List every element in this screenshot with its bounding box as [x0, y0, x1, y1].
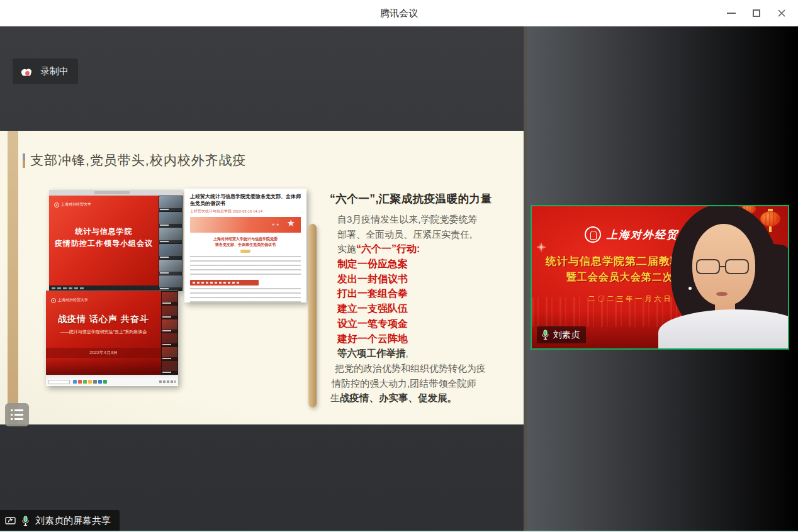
university-name: 上海对外经贸大学: [58, 297, 88, 303]
forum-date-band: 2022年4月3日: [46, 348, 161, 358]
university-logo-small: 上海对外经贸大学: [51, 297, 88, 303]
slide-edge-stripe: [8, 131, 18, 424]
titlebar: 腾讯会议: [0, 0, 798, 26]
slide-text-line: 等六项工作举措,: [330, 346, 514, 361]
slide-text-line: 生战疫情、办实事、促发展。: [330, 391, 514, 406]
taskbar-app-icon: [73, 380, 77, 384]
proposal-paragraph-lines-2: [190, 288, 301, 304]
screen-share-label: 刘素贞的屏幕共享: [35, 515, 111, 527]
forum-screenshot: 上海对外经贸大学 战疫情 话心声 共奋斗 ——统计与信息学院研究生“云上”系列座…: [46, 291, 178, 386]
mouth: [716, 292, 728, 296]
conference-window-titlebar: [49, 190, 183, 196]
taskbar-icons: [73, 380, 107, 384]
conference-thumbs: [159, 196, 183, 291]
slide-title: 支部冲锋,党员带头,校内校外齐战疫: [23, 152, 247, 169]
slide-text-line: 制定一份应急案: [330, 257, 514, 272]
recording-label: 录制中: [40, 65, 69, 77]
university-emblem-icon: [54, 202, 59, 208]
slide-title-text: 支部冲锋,党员带头,校内校外齐战疫: [30, 152, 247, 169]
forum-subtitle: ——统计与信息学院研究生“云上”系列座谈会: [46, 329, 161, 335]
participant-thumbnail: [162, 361, 177, 374]
list-icon: [11, 409, 23, 420]
page-edge-strip: [308, 224, 317, 407]
forum-title: 战疫情 话心声 共奋斗: [46, 314, 161, 325]
slide-text-line: 部署、全面动员、压紧压实责任,: [330, 227, 514, 242]
participant-video-tile[interactable]: 上海对外经贸大学 统计与信息学院第二届教职工大会 暨工会会员大会第二次会议 二〇…: [531, 205, 789, 350]
participants-panel: 上海对外经贸大学 统计与信息学院第二届教职工大会 暨工会会员大会第二次会议 二〇…: [524, 26, 798, 532]
taskbar-app-icon: [103, 380, 107, 384]
taskbar-app-icon: [83, 380, 87, 384]
participant-thumbnail: [159, 275, 182, 291]
conference-slide-text: 统计与信息学院 疫情防控工作领导小组会议: [49, 226, 159, 250]
presentation-slide: 支部冲锋,党员带头,校内校外齐战疫 上海对外经贸大学 统计与信息学院: [0, 131, 524, 424]
recording-badge[interactable]: 录制中: [13, 58, 78, 84]
participant-thumbnail: [162, 319, 177, 333]
slide-text-line: 实施“六个一”行动:: [330, 241, 514, 257]
slide-text-line: 建好一个云阵地: [330, 331, 514, 346]
slide-text-line: 发出一封倡议书: [330, 272, 514, 287]
cloud-record-icon: [20, 67, 34, 77]
university-name: 上海对外经贸大学: [61, 202, 91, 208]
window-controls: [719, 0, 794, 26]
taskbar-app-icon: [93, 380, 97, 384]
close-icon: [777, 9, 786, 18]
maximize-icon: [753, 9, 760, 17]
microphone-icon: [21, 516, 30, 526]
forum-thumbs: [161, 291, 178, 375]
proposal-paragraph-lines: [190, 256, 301, 277]
conference-line1: 统计与信息学院: [49, 226, 159, 238]
participant-thumbnail: [159, 244, 182, 259]
proposal-red-heading: 上海对外经贸大学统计与信息学院党委 致各党支部、全体师生党员的倡议书: [190, 236, 301, 248]
participant-name: 刘素贞: [553, 330, 580, 341]
participant-thumbnail: [159, 260, 182, 275]
conference-screenshot: 上海对外经贸大学 统计与信息学院 疫情防控工作领导小组会议: [49, 190, 183, 291]
glasses: [696, 259, 749, 274]
slide-title-marker: [23, 153, 25, 168]
main-area: 录制中 支部冲锋,党员带头,校内校外齐战疫 上海对外经: [0, 26, 798, 532]
university-logo-small: 上海对外经贸大学: [54, 202, 91, 208]
slide-text-line: 建立一支强队伍: [330, 301, 514, 316]
proposal-red-line1: 上海对外经贸大学统计与信息学院党委: [190, 236, 301, 242]
tencent-meeting-window: 腾讯会议 录制中: [0, 0, 798, 532]
participant-thumbnail: [159, 228, 182, 243]
taskbar-tray: [159, 380, 176, 383]
firework-decoration: [537, 243, 546, 252]
proposal-ornament: [240, 250, 250, 253]
screen-share-icon: [5, 516, 16, 526]
outline-toggle-button[interactable]: [5, 403, 29, 426]
app-title: 腾讯会议: [380, 7, 418, 19]
microphone-active-icon: [541, 330, 549, 340]
six-one-lines: 自3月疫情发生以来,学院党委统筹部署、全面动员、压紧压实责任,实施“六个一”行动…: [330, 212, 514, 406]
proposal-screenshot: 上经贸大统计与信息学院党委致各党支部、全体师生党员的倡议书 上经贸大统计与信息学…: [184, 189, 306, 302]
torso: [658, 309, 789, 350]
forum-red-slide: 上海对外经贸大学 战疫情 话心声 共奋斗 ——统计与信息学院研究生“云上”系列座…: [46, 291, 161, 375]
university-emblem-icon: [51, 298, 56, 303]
university-emblem-icon: [585, 226, 601, 243]
participant-thumbnail: [159, 196, 182, 211]
taskbar-app-icon: [78, 380, 82, 384]
taskbar-app-icon: [88, 380, 92, 384]
close-button[interactable]: [769, 0, 794, 26]
participant-thumbnail: [162, 347, 177, 360]
forum-date: 2022年4月3日: [89, 350, 117, 356]
minimize-button[interactable]: [719, 0, 744, 26]
taskbar-app-icon: [98, 380, 102, 384]
slide-text-line: 设立一笔专项金: [330, 316, 514, 331]
participant-thumbnail: [159, 212, 182, 227]
earring: [688, 287, 692, 290]
shared-screen-area: 录制中 支部冲锋,党员带头,校内校外齐战疫 上海对外经: [0, 26, 524, 532]
screen-share-banner: 刘素贞的屏幕共享: [0, 510, 120, 532]
forum-taskbar: [46, 378, 178, 385]
six-one-heading: “六个一”,汇聚成抗疫温暖的力量: [330, 191, 514, 206]
minimize-icon: [727, 13, 736, 14]
participant-thumbnail: [162, 306, 177, 319]
conference-line2: 疫情防控工作领导小组会议: [49, 238, 159, 250]
conference-red-slide: 上海对外经贸大学 统计与信息学院 疫情防控工作领导小组会议: [49, 196, 159, 291]
participant-name-badge: 刘素贞: [537, 326, 586, 343]
slide-text-line: 自3月疫情发生以来,学院党委统筹: [330, 212, 514, 227]
proposal-highlight-bar: [190, 280, 259, 285]
slide-text-line: 打出一套组合拳: [330, 286, 514, 301]
six-one-block: “六个一”,汇聚成抗疫温暖的力量 自3月疫情发生以来,学院党委统筹部署、全面动员…: [330, 191, 514, 406]
maximize-button[interactable]: [744, 0, 769, 26]
participant-person: [661, 209, 789, 350]
